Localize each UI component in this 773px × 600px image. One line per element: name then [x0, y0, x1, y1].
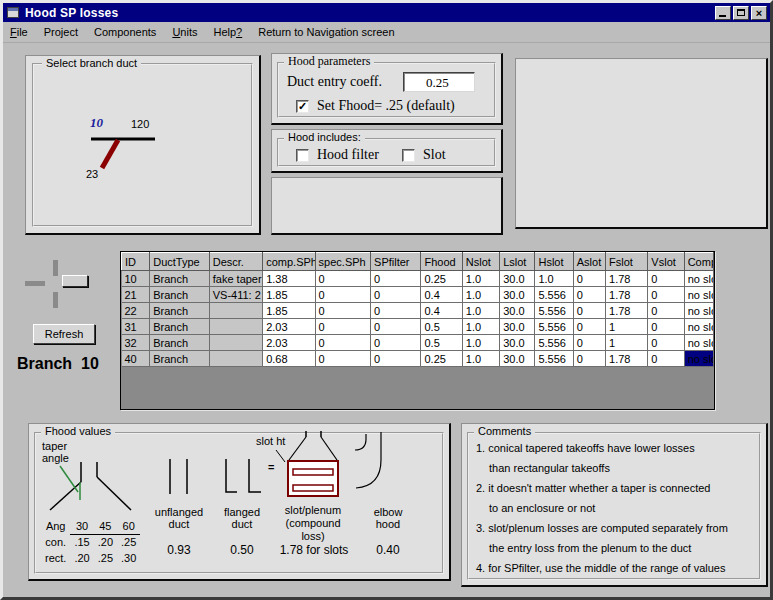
grid-header-computi[interactable]: Computi [684, 253, 713, 271]
grid-cell[interactable]: 1.85 [263, 303, 315, 319]
menu-item-file[interactable]: File [10, 24, 36, 40]
grid-cell[interactable]: 0 [648, 351, 684, 367]
grid-header-spfilter[interactable]: SPfilter [371, 253, 421, 271]
grid-cell[interactable]: 0 [371, 303, 421, 319]
menu-item-units[interactable]: Units [164, 24, 205, 40]
grid-cell[interactable]: 1.0 [462, 271, 499, 287]
menu-item-components[interactable]: Components [86, 24, 164, 40]
hood-filter-checkbox[interactable] [296, 149, 309, 162]
grid-cell[interactable]: 0 [648, 271, 684, 287]
grid-cell[interactable] [209, 319, 262, 335]
grid-header-comp-sph[interactable]: comp.SPh [263, 253, 315, 271]
menu-item-help[interactable]: Help? [205, 24, 250, 40]
grid-cell[interactable]: 21 [122, 287, 150, 303]
grid-cell[interactable]: 0 [573, 287, 605, 303]
grid-cell[interactable]: 30.0 [500, 287, 535, 303]
grid-cell[interactable]: no slot [684, 319, 713, 335]
grid-cell[interactable]: Branch [150, 351, 210, 367]
grid-cell[interactable]: 31 [122, 319, 150, 335]
grid-cell[interactable]: 5.556 [535, 335, 573, 351]
close-button[interactable]: × [751, 6, 767, 20]
grid-cell[interactable]: no slot [684, 271, 713, 287]
grid-cell[interactable]: 1.0 [462, 303, 499, 319]
grid-row-31[interactable]: 31Branch2.03000.51.030.05.556010no slot [122, 319, 714, 335]
grid-row-21[interactable]: 21BranchVS-411: 21.85000.41.030.05.55601… [122, 287, 714, 303]
grid-cell[interactable]: no slot [684, 287, 713, 303]
grid-cell[interactable]: 0.68 [263, 351, 315, 367]
grid-cell[interactable]: 0.5 [421, 319, 462, 335]
grid-row-10[interactable]: 10Branchfake taper1.38000.251.030.01.001… [122, 271, 714, 287]
grid-cell[interactable]: 0 [648, 303, 684, 319]
grid-cell[interactable]: 0 [573, 271, 605, 287]
grid-cell[interactable] [209, 303, 262, 319]
grid-cell[interactable]: 22 [122, 303, 150, 319]
refresh-button[interactable]: Refresh [33, 324, 95, 344]
grid-header-aslot[interactable]: Aslot [573, 253, 605, 271]
grid-row-32[interactable]: 32Branch2.03000.51.030.05.556010no slot [122, 335, 714, 351]
grid-cell[interactable]: 1.78 [606, 287, 648, 303]
grid-cell[interactable]: 0 [371, 287, 421, 303]
grid-cell[interactable]: no slot [684, 335, 713, 351]
grid-cell[interactable]: Branch [150, 335, 210, 351]
grid-cell[interactable]: 0 [315, 271, 370, 287]
grid-cell[interactable]: 1.78 [606, 303, 648, 319]
menu-item-return-to-navigation-screen[interactable]: Return to Navigation screen [250, 24, 402, 40]
grid-cell[interactable]: no slot [684, 351, 713, 367]
grid-cell[interactable]: 10 [122, 271, 150, 287]
grid-cell[interactable]: fake taper [209, 271, 262, 287]
grid-cell[interactable]: 0.5 [421, 335, 462, 351]
grid-cell[interactable]: 1.0 [462, 287, 499, 303]
grid-cell[interactable]: 0 [315, 287, 370, 303]
grid-cell[interactable]: 1.85 [263, 287, 315, 303]
hood-filter-label[interactable]: Hood filter [317, 147, 379, 163]
grid-cell[interactable]: 0.4 [421, 287, 462, 303]
grid-header-lslot[interactable]: Lslot [500, 253, 535, 271]
crosshair-handle[interactable] [62, 275, 88, 287]
grid-row-40[interactable]: 40Branch0.68000.251.030.05.55601.780no s… [122, 351, 714, 367]
grid-cell[interactable]: 2.03 [263, 319, 315, 335]
grid-cell[interactable]: 0 [573, 335, 605, 351]
grid-cell[interactable]: 0.25 [421, 271, 462, 287]
grid-header-ducttype[interactable]: DuctType [150, 253, 210, 271]
grid-cell[interactable]: 0 [315, 335, 370, 351]
grid-cell[interactable]: 1 [606, 335, 648, 351]
selected-duct-id-label[interactable]: 10 [90, 115, 103, 131]
grid-cell[interactable]: 5.556 [535, 351, 573, 367]
minimize-button[interactable] [715, 6, 731, 20]
grid-cell[interactable]: 0 [315, 303, 370, 319]
grid-cell[interactable]: 30.0 [500, 303, 535, 319]
duct-junction-diagram[interactable] [26, 56, 262, 236]
grid-cell[interactable]: 32 [122, 335, 150, 351]
grid-cell[interactable]: 0 [573, 303, 605, 319]
grid-cell[interactable]: 5.556 [535, 287, 573, 303]
grid-cell[interactable]: VS-411: 2 [209, 287, 262, 303]
grid-header-fslot[interactable]: Fslot [606, 253, 648, 271]
grid-cell[interactable] [209, 335, 262, 351]
grid-cell[interactable]: 40 [122, 351, 150, 367]
grid-cell[interactable]: Branch [150, 303, 210, 319]
grid-cell[interactable]: 1.0 [462, 319, 499, 335]
grid-cell[interactable]: 0 [315, 351, 370, 367]
grid-cell[interactable]: 0 [371, 319, 421, 335]
set-fhood-checkbox[interactable]: ✓ [296, 100, 309, 113]
grid-cell[interactable]: 0 [648, 335, 684, 351]
grid-header-vslot[interactable]: Vslot [648, 253, 684, 271]
grid-cell[interactable]: 1.0 [535, 271, 573, 287]
branch-data-grid[interactable]: IDDuctTypeDescr.comp.SPhspec.SPhSPfilter… [120, 251, 715, 410]
grid-cell[interactable]: 5.556 [535, 303, 573, 319]
main-duct-id-label[interactable]: 120 [131, 118, 149, 130]
grid-cell[interactable]: 0 [573, 351, 605, 367]
grid-cell[interactable]: 0 [573, 319, 605, 335]
grid-header-nslot[interactable]: Nslot [462, 253, 499, 271]
grid-cell[interactable]: 0 [371, 351, 421, 367]
grid-cell[interactable]: 1.78 [606, 351, 648, 367]
maximize-button[interactable] [733, 6, 749, 20]
grid-cell[interactable]: 0.25 [421, 351, 462, 367]
grid-cell[interactable]: 1.78 [606, 271, 648, 287]
menu-item-project[interactable]: Project [36, 24, 86, 40]
grid-cell[interactable]: 30.0 [500, 351, 535, 367]
grid-row-22[interactable]: 22Branch1.85000.41.030.05.55601.780no sl… [122, 303, 714, 319]
grid-cell[interactable]: Branch [150, 271, 210, 287]
grid-header-id[interactable]: ID [122, 253, 150, 271]
grid-cell[interactable]: 0 [371, 335, 421, 351]
